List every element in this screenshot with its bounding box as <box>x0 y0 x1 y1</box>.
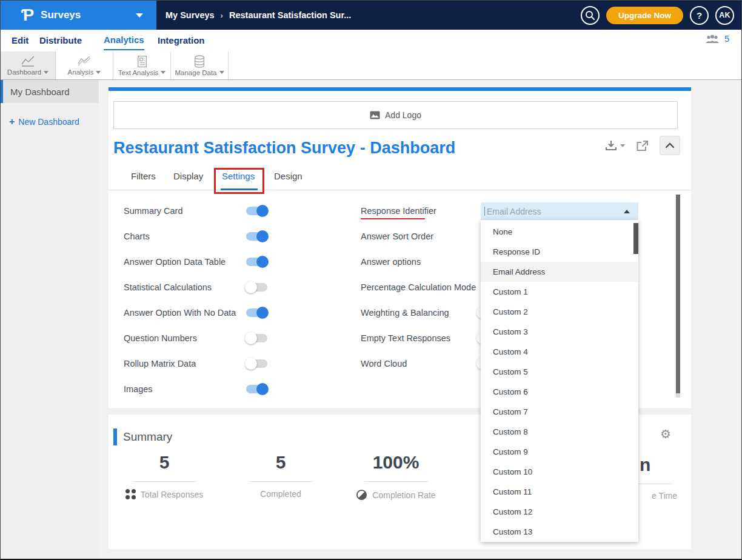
download-button[interactable] <box>604 139 625 152</box>
setting-row: Statistical Calculations <box>124 275 267 300</box>
multi-line-chart-icon <box>76 55 92 67</box>
question-numbers-toggle[interactable] <box>246 334 267 342</box>
stat-value: 100% <box>344 452 447 473</box>
breadcrumb-current: Restaurant Satisfaction Sur... <box>229 10 351 20</box>
brand-switcher[interactable]: Ƥ Surveys <box>1 1 156 30</box>
charts-toggle[interactable] <box>246 232 267 241</box>
search-button[interactable] <box>581 6 600 25</box>
people-icon <box>705 35 720 44</box>
nav-edit[interactable]: Edit <box>12 30 28 50</box>
scrollbar-thumb[interactable] <box>676 195 680 393</box>
new-dashboard-button[interactable]: + New Dashboard <box>9 116 99 127</box>
settings-scrollbar[interactable] <box>676 195 680 398</box>
annotation-highlight-box <box>214 168 264 194</box>
dropdown-option-custom-7[interactable]: Custom 7 <box>481 402 638 422</box>
stat-divider <box>364 481 428 482</box>
stat-divider <box>249 481 313 482</box>
collapse-panel-button[interactable] <box>660 136 680 155</box>
stat-completed: 5 Completed <box>229 452 332 499</box>
database-icon <box>193 55 206 68</box>
breadcrumb-parent[interactable]: My Surveys <box>165 10 215 20</box>
nav-analytics[interactable]: Analytics <box>104 30 144 50</box>
app-window: Ƥ Surveys My Surveys › Restaurant Satisf… <box>0 0 742 560</box>
stat-completion-rate: 100% Completion Rate <box>344 452 447 501</box>
dropdown-option-custom-4[interactable]: Custom 4 <box>481 342 638 362</box>
dropdown-option-custom-10[interactable]: Custom 10 <box>481 462 638 482</box>
setting-label: Answer Sort Order <box>361 232 433 241</box>
dropdown-list: None Response ID Email Address Custom 1 … <box>481 220 638 542</box>
tab-filters[interactable]: Filters <box>131 171 156 190</box>
toolbar-dashboard-label: Dashboard <box>7 68 41 76</box>
rollup-matrix-data-toggle[interactable] <box>246 359 267 368</box>
proprofs-logo-icon: Ƥ <box>21 7 34 24</box>
help-button[interactable]: ? <box>690 6 709 25</box>
toggle-knob <box>256 230 269 242</box>
response-identifier-select[interactable]: Email Address <box>481 202 638 220</box>
setting-row: Answer Option Data Table <box>124 249 267 275</box>
breadcrumb-separator-icon: › <box>221 11 223 20</box>
chevron-down-icon <box>96 71 101 74</box>
setting-label: Statistical Calculations <box>124 282 212 292</box>
toolbar-text-analysis-label: Text Analysis <box>118 69 158 76</box>
dropdown-option-custom-9[interactable]: Custom 9 <box>481 442 638 462</box>
tab-display[interactable]: Display <box>173 171 203 190</box>
toggle-knob <box>256 307 269 319</box>
collaborators-indicator[interactable]: 5 <box>705 34 729 44</box>
dropdown-option-custom-11[interactable]: Custom 11 <box>481 482 638 502</box>
setting-row: Images <box>124 376 267 402</box>
setting-row: Question Numbers <box>124 325 267 351</box>
stat-label: Completed <box>260 489 301 499</box>
dropdown-option-custom-2[interactable]: Custom 2 <box>481 302 638 322</box>
dropdown-option-email-address[interactable]: Email Address <box>481 262 638 282</box>
upgrade-now-button[interactable]: Upgrade Now <box>606 7 683 24</box>
partial-stat-label: e Time <box>652 491 677 501</box>
toolbar-analysis[interactable]: Analysis <box>56 52 113 79</box>
setting-label: Rollup Matrix Data <box>124 359 196 368</box>
summary-card-toggle[interactable] <box>246 207 267 215</box>
setting-label: Answer Option With No Data <box>124 308 236 318</box>
toggle-knob <box>245 358 257 370</box>
add-logo-button[interactable]: Add Logo <box>113 101 678 129</box>
tab-design[interactable]: Design <box>274 171 302 190</box>
stat-label: Total Responses <box>141 490 204 499</box>
line-chart-icon <box>20 55 36 67</box>
nav-distribute[interactable]: Distribute <box>39 30 82 50</box>
brand-name: Surveys <box>41 9 81 21</box>
statistical-calculations-toggle[interactable] <box>246 283 267 292</box>
partial-stat-value: n <box>640 455 650 475</box>
plus-icon: + <box>9 116 15 127</box>
setting-label: Percentage Calculation Mode <box>361 282 476 292</box>
toggle-knob <box>256 205 269 217</box>
chevron-up-icon <box>624 210 630 213</box>
stat-total-responses: 5 Total Responses <box>113 452 216 499</box>
dropdown-option-custom-8[interactable]: Custom 8 <box>481 422 638 442</box>
dropdown-scrollbar-thumb[interactable] <box>633 223 638 254</box>
dropdown-option-none[interactable]: None <box>481 222 638 242</box>
toolbar-manage-data[interactable]: Manage Data <box>171 52 229 79</box>
survey-nav: Edit Distribute Analytics Integration 5 <box>1 30 742 52</box>
answer-option-no-data-toggle[interactable] <box>246 308 267 317</box>
gear-icon[interactable]: ⚙ <box>660 428 671 440</box>
dropdown-option-custom-3[interactable]: Custom 3 <box>481 322 638 342</box>
select-value: Email Address <box>487 207 541 216</box>
chevron-down-icon <box>136 13 143 18</box>
toolbar-manage-data-label: Manage Data <box>175 69 216 76</box>
answer-option-data-table-toggle[interactable] <box>246 258 267 266</box>
share-button[interactable] <box>636 140 649 152</box>
chevron-down-icon <box>161 71 165 74</box>
dropdown-option-custom-12[interactable]: Custom 12 <box>481 502 638 522</box>
images-toggle[interactable] <box>246 385 267 393</box>
avatar[interactable]: AK <box>715 6 734 25</box>
dropdown-option-custom-13[interactable]: Custom 13 <box>481 522 638 542</box>
partial-stat-divider <box>637 484 672 484</box>
setting-row: Answer Option With No Data <box>124 300 267 325</box>
dropdown-option-response-id[interactable]: Response ID <box>481 242 638 262</box>
setting-label: Answer options <box>361 257 421 267</box>
dropdown-option-custom-6[interactable]: Custom 6 <box>481 382 638 402</box>
toolbar-text-analysis[interactable]: Text Analysis <box>113 52 171 79</box>
toolbar-dashboard[interactable]: Dashboard <box>1 52 56 79</box>
sidebar-item-my-dashboard[interactable]: My Dashboard <box>1 80 99 103</box>
dropdown-option-custom-5[interactable]: Custom 5 <box>481 362 638 382</box>
dropdown-option-custom-1[interactable]: Custom 1 <box>481 282 638 302</box>
nav-integration[interactable]: Integration <box>158 30 205 50</box>
